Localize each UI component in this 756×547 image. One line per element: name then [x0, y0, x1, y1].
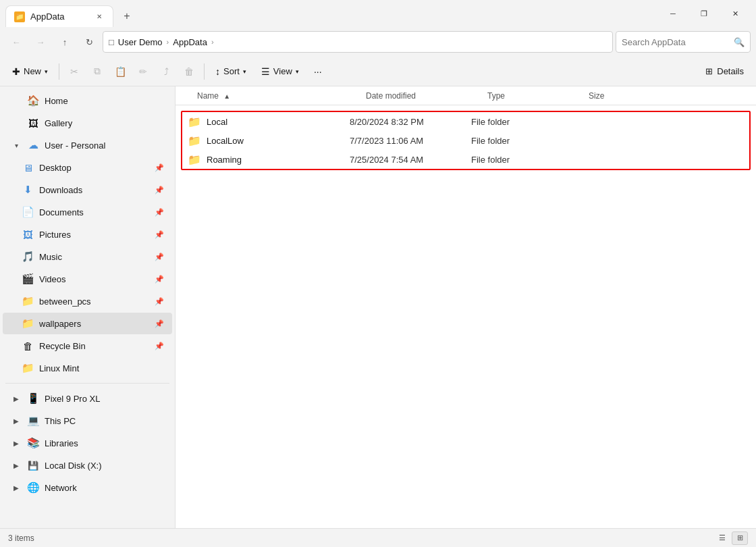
sidebar-desktop-label: Desktop [39, 163, 149, 173]
pictures-pin-icon: 📌 [155, 230, 164, 239]
network-expand-icon: ▶ [11, 482, 22, 493]
sort-chevron-icon: ▾ [243, 68, 246, 75]
delete-button[interactable]: 🗑 [178, 61, 200, 82]
sidebar-item-desktop[interactable]: 🖥 Desktop 📌 [3, 157, 172, 178]
file-name: Local [207, 117, 227, 127]
folder-icon: 📁 [188, 115, 201, 128]
file-date: 7/7/2023 11:06 AM [350, 136, 471, 146]
up-button[interactable]: ↑ [54, 31, 76, 53]
sidebar-item-gallery[interactable]: 🖼 Gallery [3, 112, 172, 134]
refresh-button[interactable]: ↻ [78, 31, 100, 53]
table-row[interactable]: 📁 Roaming 7/25/2024 7:54 AM File folder [182, 150, 749, 169]
sidebar-item-videos[interactable]: 🎬 Videos 📌 [3, 268, 172, 290]
address-bar[interactable]: □ User Demo › AppData › [103, 31, 613, 53]
network-icon: 🌐 [27, 481, 39, 494]
column-header-name[interactable]: Name ▲ [192, 91, 360, 101]
sidebar-item-wallpapers[interactable]: 📁 wallpapers 📌 [3, 313, 172, 334]
cut-button[interactable]: ✂ [63, 61, 85, 82]
this-pc-expand-icon: ▶ [11, 415, 22, 426]
content-area: Name ▲ Date modified Type Size 📁 Local [176, 86, 756, 528]
breadcrumb-appdata[interactable]: AppData [173, 37, 207, 47]
close-button[interactable]: ✕ [720, 3, 751, 24]
search-icon: 🔍 [734, 37, 745, 47]
tab-strip: 📁 AppData ✕ + [5, 0, 657, 27]
file-type: File folder [471, 155, 572, 165]
sort-icon: ↕ [215, 66, 220, 77]
sidebar-item-network[interactable]: ▶ 🌐 Network [3, 477, 172, 498]
status-bar: 3 items ☰ ⊞ [0, 528, 756, 547]
search-input[interactable] [622, 37, 730, 47]
sidebar-item-linux-mint[interactable]: 📁 Linux Mint [3, 357, 172, 379]
sidebar-item-user-personal[interactable]: ▾ ☁ User - Personal [3, 134, 172, 156]
new-button[interactable]: ✚ New ▾ [5, 61, 55, 82]
window-controls: ─ ❐ ✕ [657, 3, 751, 24]
copy-button[interactable]: ⧉ [86, 61, 108, 82]
documents-pin-icon: 📌 [155, 208, 164, 217]
sidebar-libraries-label: Libraries [45, 438, 164, 448]
sort-label: Sort [223, 66, 240, 76]
minimize-button[interactable]: ─ [657, 3, 688, 24]
pixel9-expand-icon: ▶ [11, 393, 22, 404]
sidebar-music-label: Music [39, 252, 149, 262]
sidebar-downloads-label: Downloads [39, 185, 149, 195]
view-button[interactable]: ☰ View ▾ [254, 61, 306, 82]
file-date: 7/25/2024 7:54 AM [350, 155, 471, 165]
column-header-type[interactable]: Type [482, 91, 583, 101]
gallery-icon: 🖼 [27, 118, 39, 129]
paste-button[interactable]: 📋 [109, 61, 131, 82]
sidebar: 🏠 Home 🖼 Gallery ▾ ☁ User - Personal 🖥 D… [0, 86, 176, 528]
tab-appdata[interactable]: 📁 AppData ✕ [5, 5, 113, 27]
between-pcs-pin-icon: 📌 [155, 297, 164, 306]
new-label: New [24, 66, 41, 76]
rename-button[interactable]: ✏ [132, 61, 154, 82]
libraries-icon: 📚 [27, 437, 39, 449]
back-button[interactable]: ← [5, 31, 27, 53]
tab-close-button[interactable]: ✕ [94, 11, 105, 22]
file-type: File folder [471, 117, 572, 127]
sidebar-item-libraries[interactable]: ▶ 📚 Libraries [3, 432, 172, 454]
sidebar-item-between-pcs[interactable]: 📁 between_pcs 📌 [3, 290, 172, 312]
tab-label: AppData [30, 11, 88, 22]
sidebar-item-home[interactable]: 🏠 Home [3, 90, 172, 111]
search-bar[interactable]: 🔍 [616, 31, 751, 53]
title-bar: 📁 AppData ✕ + ─ ❐ ✕ [0, 0, 756, 27]
file-date: 8/20/2024 8:32 PM [350, 117, 471, 127]
forward-button[interactable]: → [30, 31, 51, 53]
home-icon: 🏠 [27, 95, 39, 107]
sidebar-home-label: Home [45, 96, 164, 106]
sidebar-item-local-disk[interactable]: ▶ 💾 Local Disk (X:) [3, 454, 172, 476]
restore-button[interactable]: ❐ [688, 3, 720, 24]
view-icon: ☰ [261, 66, 270, 77]
breadcrumb-user-demo[interactable]: User Demo [118, 37, 163, 47]
wallpapers-icon: 📁 [22, 317, 34, 330]
file-list: 📁 Local 8/20/2024 8:32 PM File folder 📁 … [176, 105, 756, 528]
list-view-button[interactable]: ☰ [714, 531, 730, 545]
home-expand-icon [11, 95, 22, 106]
details-button[interactable]: ⊞ Details [699, 61, 751, 82]
folder-icon: 📁 [188, 134, 201, 147]
table-row[interactable]: 📁 Local 8/20/2024 8:32 PM File folder [182, 112, 749, 131]
sidebar-item-downloads[interactable]: ⬇ Downloads 📌 [3, 179, 172, 201]
sort-button[interactable]: ↕ Sort ▾ [209, 61, 253, 82]
column-header-date[interactable]: Date modified [360, 91, 482, 101]
column-header-size[interactable]: Size [583, 91, 651, 101]
table-row[interactable]: 📁 LocalLow 7/7/2023 11:06 AM File folder [182, 131, 749, 150]
detail-view-button[interactable]: ⊞ [732, 531, 748, 545]
selection-box: 📁 Local 8/20/2024 8:32 PM File folder 📁 … [181, 111, 751, 170]
recycle-bin-icon: 🗑 [22, 340, 34, 352]
sidebar-item-pixel9[interactable]: ▶ 📱 Pixel 9 Pro XL [3, 388, 172, 409]
sidebar-item-this-pc[interactable]: ▶ 💻 This PC [3, 410, 172, 432]
tab-folder-icon: 📁 [14, 11, 25, 22]
videos-pin-icon: 📌 [155, 275, 164, 284]
sidebar-item-documents[interactable]: 📄 Documents 📌 [3, 201, 172, 223]
sidebar-item-music[interactable]: 🎵 Music 📌 [3, 246, 172, 267]
sidebar-item-pictures[interactable]: 🖼 Pictures 📌 [3, 224, 172, 245]
share-button[interactable]: ⤴ [155, 61, 177, 82]
more-button[interactable]: ··· [307, 61, 329, 82]
file-type: File folder [471, 136, 572, 146]
sidebar-item-recycle-bin[interactable]: 🗑 Recycle Bin 📌 [3, 335, 172, 357]
gallery-expand-icon [11, 118, 22, 128]
toolbar: ✚ New ▾ ✂ ⧉ 📋 ✏ ⤴ 🗑 ↕ Sort ▾ ☰ View ▾ ··… [0, 57, 756, 86]
view-toggle: ☰ ⊞ [714, 531, 748, 545]
new-tab-button[interactable]: + [116, 5, 138, 27]
